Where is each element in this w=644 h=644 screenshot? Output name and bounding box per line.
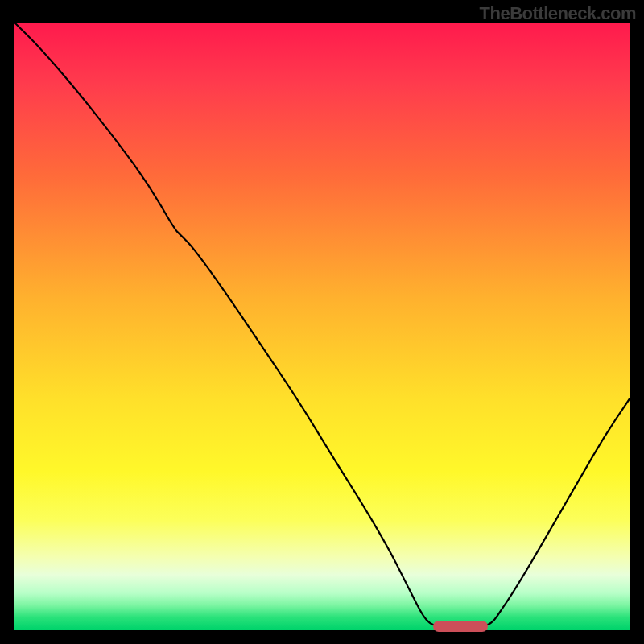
optimal-range-marker [433,621,489,632]
plot-area [14,23,630,630]
watermark-text: TheBottleneck.com [480,3,636,24]
curve-svg [14,23,630,630]
chart-container: TheBottleneck.com [0,0,644,644]
bottleneck-curve [14,23,630,628]
